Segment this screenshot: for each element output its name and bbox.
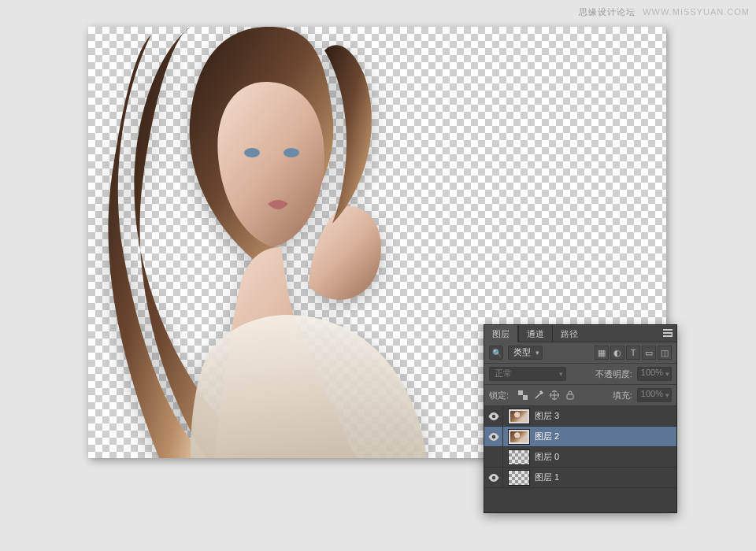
opacity-label: 不透明度:: [595, 368, 632, 380]
layer-list[interactable]: 图层 3图层 2图层 0图层 1: [484, 406, 676, 512]
visibility-toggle[interactable]: [484, 447, 503, 467]
panel-menu-icon[interactable]: [659, 325, 676, 342]
layer-thumbnail[interactable]: [508, 470, 530, 486]
fill-value: 100%: [641, 389, 663, 398]
fill-input[interactable]: 100% ▾: [637, 388, 672, 402]
svg-point-0: [244, 148, 260, 157]
lock-pixels-icon[interactable]: [532, 389, 545, 401]
lock-row: 锁定: 填充: 100% ▾: [484, 385, 676, 406]
subject-silhouette: [104, 27, 482, 458]
fill-label: 填充:: [613, 390, 632, 401]
chevron-down-icon: ▾: [536, 349, 539, 357]
visibility-toggle[interactable]: [484, 468, 503, 487]
visibility-toggle[interactable]: [484, 406, 503, 426]
watermark-url: WWW.MISSYUAN.COM: [643, 7, 750, 17]
watermark-text-cn: 思缘设计论坛: [579, 6, 636, 18]
filter-pixel-icon[interactable]: ▦: [595, 346, 609, 360]
layer-name[interactable]: 图层 2: [535, 431, 676, 442]
filter-type-icon[interactable]: T: [626, 346, 640, 360]
svg-point-6: [491, 414, 495, 417]
blend-mode-select[interactable]: 正常 ▾: [489, 367, 566, 381]
tab-channels[interactable]: 通道: [518, 325, 552, 342]
layer-row[interactable]: 图层 2: [484, 427, 676, 447]
layer-thumbnail[interactable]: [508, 449, 530, 465]
layer-search-input[interactable]: [489, 346, 503, 360]
visibility-toggle[interactable]: [484, 427, 503, 446]
panel-tabs: 图层 通道 路径: [484, 325, 676, 342]
svg-point-7: [491, 435, 495, 438]
filter-adjustment-icon[interactable]: ◐: [610, 346, 624, 360]
filter-row: 🔍 类型 ▾ ▦ ◐ T ▭ ◫: [484, 342, 676, 364]
opacity-input[interactable]: 100% ▾: [637, 367, 672, 381]
filter-shape-icon[interactable]: ▭: [642, 346, 656, 360]
chevron-down-icon: ▾: [665, 391, 669, 399]
lock-label: 锁定:: [489, 390, 509, 401]
lock-position-icon[interactable]: [548, 389, 561, 401]
svg-point-1: [284, 148, 299, 157]
layer-name[interactable]: 图层 3: [535, 410, 676, 422]
svg-point-8: [491, 475, 495, 479]
chevron-down-icon: ▾: [559, 370, 563, 378]
lock-all-icon[interactable]: [564, 389, 576, 401]
chevron-down-icon: ▾: [665, 370, 669, 378]
opacity-value: 100%: [641, 368, 663, 377]
layers-panel: 图层 通道 路径 🔍 类型 ▾ ▦ ◐ T ▭ ◫ 正常 ▾ 不透明度:: [484, 324, 677, 513]
filter-smartobject-icon[interactable]: ◫: [658, 346, 672, 360]
blend-mode-label: 正常: [495, 368, 512, 378]
layer-name[interactable]: 图层 0: [535, 451, 676, 463]
blend-row: 正常 ▾ 不透明度: 100% ▾: [484, 364, 676, 385]
svg-rect-5: [567, 394, 573, 399]
layer-row[interactable]: 图层 0: [484, 447, 676, 468]
layer-name[interactable]: 图层 1: [535, 471, 676, 483]
svg-rect-3: [518, 390, 523, 395]
kind-filter-select[interactable]: 类型 ▾: [508, 346, 543, 360]
layer-row[interactable]: 图层 1: [484, 468, 676, 488]
layer-row[interactable]: 图层 3: [484, 406, 676, 427]
kind-filter-label: 类型: [513, 347, 531, 357]
lock-transparency-icon[interactable]: [517, 389, 529, 401]
tab-layers[interactable]: 图层: [484, 325, 518, 342]
layer-thumbnail[interactable]: [508, 409, 530, 424]
svg-rect-4: [523, 395, 528, 400]
layer-thumbnail[interactable]: [508, 429, 530, 445]
tab-paths[interactable]: 路径: [552, 325, 586, 342]
watermark: 思缘设计论坛 WWW.MISSYUAN.COM: [579, 6, 750, 18]
